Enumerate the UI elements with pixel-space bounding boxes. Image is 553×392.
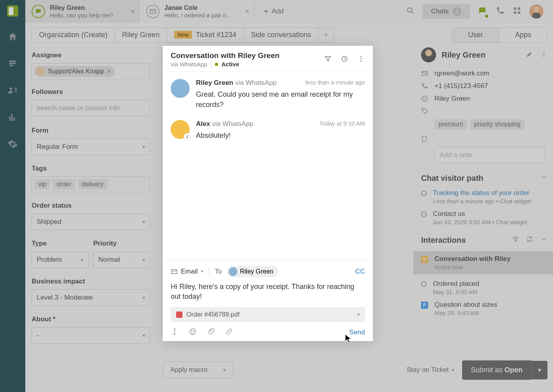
workspace-tabs: Riley Green Hello, can you help me? × Ja… <box>25 0 553 23</box>
status-badge: P <box>421 302 428 309</box>
text-format-icon[interactable] <box>171 328 179 337</box>
reporting-icon[interactable] <box>8 112 18 124</box>
filter-icon[interactable] <box>324 55 332 64</box>
emoji-icon[interactable] <box>189 328 197 337</box>
apps-grid-icon[interactable] <box>513 6 521 17</box>
interaction-item[interactable]: N Conversation with RileyActive now <box>421 255 547 270</box>
customers-icon[interactable] <box>8 85 18 97</box>
crumb-ticket[interactable]: New Ticket #1234 <box>167 27 244 43</box>
user-phone[interactable]: +1 (415)123-4567 <box>434 82 488 90</box>
assignee-label: Assignee <box>32 51 154 59</box>
app-logo <box>7 6 18 17</box>
tab-user[interactable]: User <box>452 27 499 43</box>
admin-icon[interactable] <box>8 139 18 151</box>
pdf-icon <box>176 311 182 318</box>
chats-button[interactable]: Chats0 <box>423 4 470 19</box>
crumb-requester[interactable]: Riley Green <box>115 27 167 43</box>
user-email[interactable]: rgreen@work.com <box>434 69 489 77</box>
chevron-down-icon[interactable] <box>540 174 547 183</box>
interaction-item[interactable]: Ordered placedMay 31, 9:05 AM <box>421 280 547 295</box>
send-button[interactable]: Send <box>349 328 365 336</box>
more-icon[interactable] <box>540 51 547 59</box>
search-icon[interactable] <box>406 6 415 17</box>
tab-preview: Hello, can you help me? <box>50 12 113 19</box>
views-icon[interactable] <box>8 58 18 70</box>
attachment-pill[interactable]: Order #456789.pdf × <box>171 307 365 322</box>
type-label: Type <box>32 240 88 248</box>
tab-janae[interactable]: Janae Cole Hello, I ordered a pair o... … <box>140 0 254 23</box>
phone-icon <box>421 83 428 90</box>
home-icon[interactable] <box>8 32 18 43</box>
tags-label: Tags <box>32 165 154 173</box>
edit-icon[interactable] <box>526 51 533 59</box>
tag[interactable]: vip <box>34 179 50 189</box>
filter-icon[interactable] <box>512 236 519 245</box>
business-impact-label: Business impact <box>32 278 154 285</box>
stay-on-ticket-button[interactable]: Stay on Ticket▾ <box>406 366 454 374</box>
tag[interactable]: order <box>53 179 75 189</box>
svg-point-9 <box>423 109 424 110</box>
tags-field[interactable]: vip order delivery <box>32 176 150 192</box>
history-icon[interactable] <box>340 55 348 64</box>
avatar <box>36 67 45 76</box>
visitor-path-item[interactable]: Contact usJun 10, 2020 9:02 AM • Chat wi… <box>421 210 547 225</box>
interaction-item[interactable]: P Question about sizesMay 28, 9:43 AM <box>421 301 547 316</box>
cc-button[interactable]: CC <box>355 268 365 276</box>
composer-body[interactable]: Hi Riley, here's a copy of your receipt.… <box>171 282 365 302</box>
followers-input[interactable]: search name or contact info <box>32 100 150 116</box>
link-icon[interactable] <box>225 328 233 337</box>
business-impact-select[interactable]: Level 3 - Moderate▾ <box>32 289 150 306</box>
submit-dropdown-button[interactable]: ▾ <box>531 361 547 379</box>
submit-button[interactable]: Submit as Open <box>462 360 531 380</box>
crumb-org[interactable]: Organization (Create) <box>32 27 115 43</box>
tag[interactable]: delivery <box>78 179 107 189</box>
channel-selector[interactable]: Email▾ <box>171 268 203 276</box>
priority-select[interactable]: Normal▾ <box>93 251 150 268</box>
user-avatar <box>421 47 436 62</box>
profile-avatar[interactable] <box>529 4 544 19</box>
message-body: Great. Could you send me an email receip… <box>196 89 365 110</box>
apply-macro-button[interactable]: Apply macro▾ <box>163 362 233 378</box>
add-note-input[interactable]: Add a note <box>434 147 545 163</box>
ticket-properties-panel: Assignee Support/Alex Knapp× Followers s… <box>32 51 154 353</box>
order-status-select[interactable]: Shipped▾ <box>32 214 150 230</box>
chevron-down-icon[interactable] <box>540 236 547 245</box>
user-whatsapp[interactable]: Riley Green <box>434 95 470 103</box>
svg-point-5 <box>544 51 545 53</box>
mail-icon <box>146 5 160 18</box>
tab-riley[interactable]: Riley Green Hello, can you help me? × <box>25 0 140 23</box>
attachment-icon[interactable] <box>207 328 215 337</box>
close-icon[interactable]: × <box>245 8 249 16</box>
phone-icon[interactable] <box>495 6 505 17</box>
visitor-path-item[interactable]: Tracking the status of your orderLess th… <box>421 189 547 204</box>
message: Riley Green via WhatsAppless than a minu… <box>171 79 365 110</box>
talk-icon[interactable] <box>478 6 487 17</box>
form-select[interactable]: Regular Form▾ <box>32 139 150 155</box>
refresh-icon[interactable] <box>526 236 533 245</box>
remove-icon[interactable]: × <box>107 68 111 75</box>
recipient-pill[interactable]: Riley Green <box>227 266 278 277</box>
add-side-conversation-button[interactable]: + <box>318 27 334 43</box>
to-label: To <box>215 268 222 276</box>
tab-apps[interactable]: Apps <box>499 27 547 43</box>
svg-rect-1 <box>514 8 516 10</box>
crumb-side-conversations[interactable]: Side conversations <box>244 27 318 43</box>
svg-point-16 <box>192 331 192 332</box>
remove-attachment-icon[interactable]: × <box>357 311 360 318</box>
note-icon <box>421 135 428 142</box>
user-tag[interactable]: priority shopping <box>470 119 524 129</box>
type-select[interactable]: Problem▾ <box>32 251 88 268</box>
about-select[interactable]: -▾ <box>32 327 150 344</box>
user-tag[interactable]: premium <box>434 119 467 129</box>
add-tab-button[interactable]: +Add <box>254 7 293 16</box>
svg-point-15 <box>190 329 196 335</box>
timeline-dot <box>421 191 427 196</box>
message-timestamp: less than a minute ago <box>305 79 365 87</box>
svg-point-11 <box>360 56 361 57</box>
more-icon[interactable] <box>357 55 365 64</box>
chat-icon <box>32 5 45 18</box>
avatar <box>229 267 237 276</box>
message-avatar <box>171 79 190 98</box>
close-icon[interactable]: × <box>130 8 135 16</box>
assignee-field[interactable]: Support/Alex Knapp× <box>32 63 150 80</box>
